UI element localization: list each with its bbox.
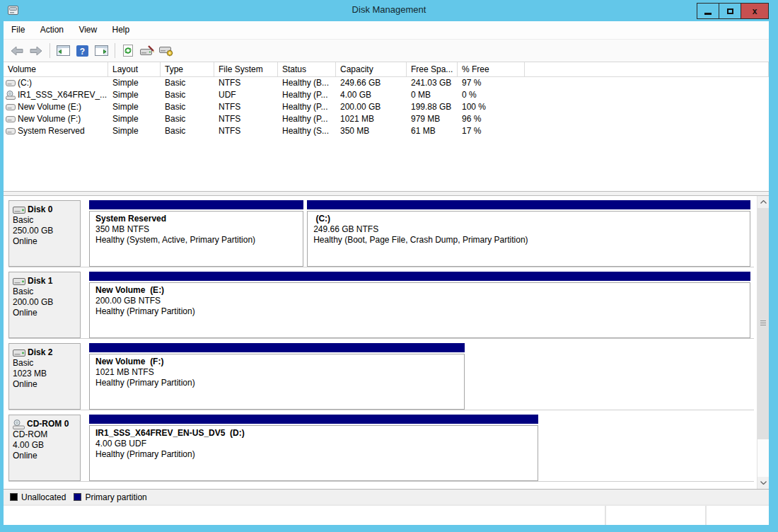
partition[interactable]: (C:)249.66 GB NTFSHealthy (Boot, Page Fi…	[307, 200, 750, 267]
cell-type: Basic	[161, 113, 214, 125]
maximize-button[interactable]	[719, 3, 741, 19]
svg-text:?: ?	[79, 46, 84, 56]
partition-body: IR1_SSS_X64FREV_EN-US_DV5 (D:)4.00 GB UD…	[89, 425, 538, 481]
column-header-5[interactable]: Capacity	[336, 62, 407, 76]
partition-size: 200.00 GB NTFS	[95, 296, 748, 306]
disk-attributes-button[interactable]	[138, 42, 156, 59]
volume-table-body: (C:)SimpleBasicNTFSHealthy (B...249.66 G…	[4, 77, 769, 137]
close-button[interactable]: x	[741, 3, 769, 19]
refresh-button[interactable]	[119, 42, 137, 59]
column-header-7[interactable]: % Free	[458, 62, 525, 76]
column-header-4[interactable]: Status	[278, 62, 336, 76]
volume-name: IR1_SSS_X64FREV_...	[18, 89, 107, 101]
legend-bar: UnallocatedPrimary partition	[4, 489, 769, 504]
toolbar-separator	[50, 43, 50, 58]
cell-volume: (C:)	[4, 77, 108, 89]
partition-size: 1021 MB NTFS	[95, 367, 463, 378]
maximize-icon	[727, 8, 733, 14]
disk-size: 250.00 GB	[13, 226, 78, 236]
partition-color-bar	[307, 200, 750, 209]
cell-volume: New Volume (E:)	[4, 101, 108, 113]
partition-status: Healthy (Primary Partition)	[95, 306, 748, 317]
menu-view[interactable]: View	[72, 21, 103, 38]
show-action-pane-button[interactable]	[92, 42, 110, 59]
partition-body: (C:)249.66 GB NTFSHealthy (Boot, Page Fi…	[307, 211, 750, 267]
pane-splitter[interactable]	[4, 191, 769, 196]
forward-button[interactable]	[27, 42, 45, 59]
partition-status: Healthy (Boot, Page File, Crash Dump, Pr…	[313, 235, 748, 245]
cell-filler	[525, 101, 769, 113]
vertical-scrollbar[interactable]	[757, 196, 769, 489]
disk-title: Disk 0	[13, 204, 78, 215]
disk-name: Disk 1	[28, 276, 52, 287]
back-button[interactable]	[8, 42, 26, 59]
partition[interactable]: New Volume (E:)200.00 GB NTFSHealthy (Pr…	[89, 272, 750, 338]
volume-row[interactable]: New Volume (F:)SimpleBasicNTFSHealthy (P…	[4, 113, 769, 125]
partition-size: 350 MB NTFS	[95, 224, 301, 235]
disk-type: Basic	[13, 358, 78, 369]
show-console-tree-button[interactable]	[54, 42, 72, 59]
column-header-2[interactable]: Type	[161, 62, 214, 76]
menu-action[interactable]: Action	[34, 21, 70, 38]
forward-icon	[29, 46, 43, 56]
disk-partitions: New Volume (F:)1021 MB NTFSHealthy (Prim…	[89, 343, 754, 410]
scroll-up-button[interactable]	[757, 196, 770, 208]
drive-volume-icon	[6, 116, 16, 122]
chevron-up-icon	[760, 200, 767, 204]
column-header-6[interactable]: Free Spa...	[407, 62, 458, 76]
cell-file_system: NTFS	[214, 125, 278, 137]
minimize-button[interactable]	[697, 3, 719, 19]
cell-filler	[525, 125, 769, 137]
partition[interactable]: System Reserved350 MB NTFSHealthy (Syste…	[89, 200, 303, 267]
column-header-filler	[525, 62, 769, 76]
rescan-disks-button[interactable]	[157, 42, 175, 59]
volume-row[interactable]: New Volume (E:)SimpleBasicNTFSHealthy (P…	[4, 101, 769, 113]
toolbar-separator	[115, 43, 115, 58]
window-content: File Action View Help	[4, 21, 769, 525]
partition[interactable]: IR1_SSS_X64FREV_EN-US_DV5 (D:)4.00 GB UD…	[89, 415, 538, 481]
help-button[interactable]: ?	[73, 42, 91, 59]
partition-title: IR1_SSS_X64FREV_EN-US_DV5 (D:)	[95, 428, 536, 439]
disk-label[interactable]: CD-ROM 0CD-ROM4.00 GBOnline	[8, 415, 81, 481]
cell-free_space: 979 MB	[407, 113, 458, 125]
disk-band: CD-ROM 0CD-ROM4.00 GBOnlineIR1_SSS_X64FR…	[8, 415, 754, 482]
volume-row[interactable]: (C:)SimpleBasicNTFSHealthy (B...249.66 G…	[4, 77, 769, 89]
partition[interactable]: New Volume (F:)1021 MB NTFSHealthy (Prim…	[89, 343, 465, 410]
drive-volume-icon	[6, 128, 16, 134]
menu-help[interactable]: Help	[106, 21, 137, 38]
partition-status: Healthy (System, Active, Primary Partiti…	[95, 235, 301, 245]
disk-label[interactable]: Disk 1Basic200.00 GBOnline	[8, 272, 81, 338]
scroll-down-button[interactable]	[757, 477, 770, 489]
scrollbar-thumb[interactable]	[757, 208, 769, 439]
legend-label: Primary partition	[85, 492, 146, 502]
disk-type: Basic	[13, 215, 78, 226]
cell-volume: New Volume (F:)	[4, 113, 108, 125]
volume-row[interactable]: IR1_SSS_X64FREV_...SimpleBasicUDFHealthy…	[4, 89, 769, 101]
cell-free_space: 0 MB	[407, 89, 458, 101]
column-header-1[interactable]: Layout	[108, 62, 161, 76]
cell-file_system: UDF	[214, 89, 278, 101]
drive-volume-icon	[6, 80, 16, 86]
cell-status: Healthy (S...	[278, 125, 336, 137]
cell-status: Healthy (P...	[278, 113, 336, 125]
partition-color-bar	[89, 343, 465, 352]
column-header-0[interactable]: Volume	[4, 62, 108, 76]
disk-status: Online	[13, 451, 78, 461]
cell-capacity: 200.00 GB	[336, 101, 407, 113]
scrollbar-track[interactable]	[757, 208, 769, 477]
disk-status: Online	[13, 379, 78, 390]
menu-file[interactable]: File	[5, 21, 31, 38]
disk-label[interactable]: Disk 0Basic250.00 GBOnline	[8, 200, 81, 267]
cell-file_system: NTFS	[214, 77, 278, 89]
disk-label[interactable]: Disk 2Basic1023 MBOnline	[8, 343, 81, 410]
volume-row[interactable]: System ReservedSimpleBasicNTFSHealthy (S…	[4, 125, 769, 137]
cell-status: Healthy (P...	[278, 101, 336, 113]
cell-status: Healthy (P...	[278, 89, 336, 101]
cell-status: Healthy (B...	[278, 77, 336, 89]
window-title: Disk Management	[0, 4, 778, 15]
statusbar	[4, 504, 769, 525]
legend-swatch	[10, 493, 18, 501]
chevron-down-icon	[760, 481, 767, 485]
column-header-3[interactable]: File System	[214, 62, 278, 76]
cell-layout: Simple	[108, 101, 161, 113]
